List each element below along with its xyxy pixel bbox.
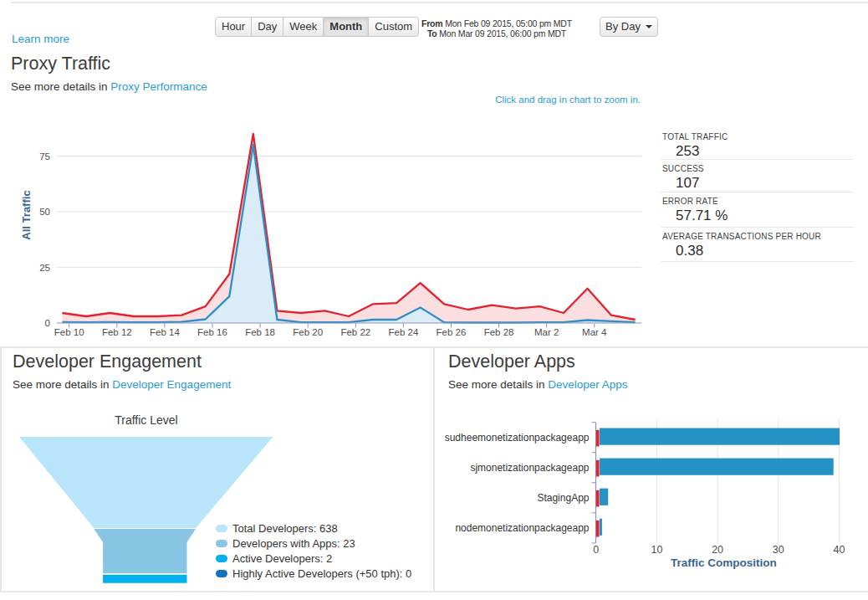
legend-swatch-icon (216, 555, 227, 562)
funnel-legend-row: Total Developers: 638 (216, 521, 411, 536)
bar-category-label: sudheemonetizationpackageapp (445, 432, 590, 444)
developer-engagement-subtitle: See more details in Developer Engagement (13, 378, 231, 391)
funnel-segment-total-developers (19, 437, 273, 528)
stat-row: SUCCESS107 (661, 160, 854, 192)
from-value: Mon Feb 09 2015, 05:00 pm MDT (445, 18, 572, 28)
stat-label: ERROR RATE (662, 197, 854, 206)
funnel-legend-label: Active Developers: 2 (232, 552, 332, 565)
x-tick-label: 40 (833, 544, 845, 556)
bar-category-label: nodemonetizationpackageapp (455, 522, 589, 534)
stat-row: AVERAGE TRANSACTIONS PER HOUR0.38 (661, 228, 854, 263)
stat-value: 253 (662, 141, 854, 160)
developer-apps-link[interactable]: Developer Apps (548, 378, 627, 391)
y-axis-title: All Traffic (20, 190, 33, 239)
x-axis-title: Traffic Composition (671, 556, 777, 569)
error-bar (596, 521, 600, 537)
funnel-legend-label: Developers with Apps: 23 (232, 537, 355, 550)
range-button-day[interactable]: Day (251, 17, 283, 37)
to-value: Mon Mar 09 2015, 06:00 pm MDT (439, 28, 566, 38)
success-traffic-area (62, 145, 635, 323)
aggregation-dropdown-label: By Day (605, 20, 641, 33)
caret-down-icon (646, 25, 652, 28)
y-tick-label: 25 (39, 263, 50, 273)
proxy-traffic-title: Proxy Traffic (11, 54, 110, 74)
proxy-traffic-subtitle: See more details in Proxy Performance (11, 80, 207, 93)
total-traffic-line (62, 134, 635, 320)
error-bar (596, 430, 600, 447)
funnel-legend-row: Active Developers: 2 (216, 551, 411, 566)
developer-apps-subtitle: See more details in Developer Apps (448, 378, 628, 391)
proxy-traffic-chart[interactable]: Feb 10Feb 12Feb 14Feb 16Feb 18Feb 20Feb … (0, 105, 661, 343)
x-tick-label: 20 (712, 544, 723, 556)
funnel-legend-row: Highly Active Developers (+50 tph): 0 (216, 566, 411, 581)
x-tick-label: Feb 26 (437, 327, 467, 337)
funnel-legend-label: Total Developers: 638 (232, 522, 338, 535)
traffic-bar (600, 459, 834, 475)
stat-label: TOTAL TRAFFIC (662, 132, 854, 141)
aggregation-dropdown-button[interactable]: By Day (600, 17, 658, 37)
range-button-custom[interactable]: Custom (368, 17, 419, 37)
traffic-bar (600, 519, 602, 536)
top-divider (11, 2, 868, 3)
traffic-stats-panel: TOTAL TRAFFIC253SUCCESS107ERROR RATE57.7… (661, 128, 854, 262)
stat-row: ERROR RATE57.71 % (661, 192, 854, 228)
analytics-dashboard: { "topbar": { "learn_more": "Learn more"… (0, 0, 868, 600)
funnel-legend-row: Developers with Apps: 23 (216, 536, 411, 551)
proxy-traffic-subtitle-text: See more details in (11, 80, 110, 93)
funnel-segment-active-developers (103, 575, 186, 583)
legend-swatch-icon (216, 570, 227, 577)
learn-more-link[interactable]: Learn more (12, 33, 69, 45)
funnel-segment-developers-with-apps (94, 529, 196, 573)
developer-apps-title: Developer Apps (448, 351, 575, 372)
x-tick-label: Feb 12 (102, 327, 132, 337)
bar-category-label: StagingApp (537, 492, 589, 504)
developer-engagement-title: Developer Engagement (13, 351, 202, 372)
time-range-button-group: HourDayWeekMonthCustom (215, 17, 419, 37)
total-traffic-area (62, 134, 635, 323)
stat-value: 107 (662, 173, 854, 192)
stat-row: TOTAL TRAFFIC253 (661, 128, 854, 160)
to-label: To (427, 28, 437, 38)
proxy-performance-link[interactable]: Proxy Performance (110, 80, 207, 93)
date-range-to: To Mon Mar 09 2015, 06:00 pm MDT (413, 28, 580, 38)
from-label: From (421, 18, 442, 28)
legend-swatch-icon (216, 525, 227, 532)
success-traffic-line (62, 145, 635, 322)
stat-value: 0.38 (662, 241, 854, 259)
range-button-hour[interactable]: Hour (215, 17, 252, 37)
developer-engagement-link[interactable]: Developer Engagement (112, 378, 231, 391)
x-tick-label: 0 (593, 544, 599, 556)
x-tick-label: Feb 16 (197, 327, 227, 337)
x-tick-label: Feb 20 (293, 327, 323, 337)
y-tick-label: 75 (39, 151, 50, 162)
stat-label: AVERAGE TRANSACTIONS PER HOUR (662, 232, 854, 241)
x-tick-label: Feb 14 (150, 327, 180, 337)
x-tick-label: 30 (773, 544, 784, 556)
traffic-bar (600, 489, 608, 505)
funnel-title: Traffic Level (115, 413, 177, 427)
funnel-legend-label: Highly Active Developers (+50 tph): 0 (232, 567, 411, 580)
funnel-legend: Total Developers: 638Developers with App… (216, 521, 411, 581)
x-tick-label: Feb 28 (484, 327, 514, 337)
date-range-display: From Mon Feb 09 2015, 05:00 pm MDT To Mo… (413, 18, 580, 39)
developer-apps-subtitle-text: See more details in (448, 378, 548, 391)
bar-category-label: sjmonetizationpackageapp (470, 462, 589, 474)
x-tick-label: Feb 10 (54, 327, 84, 337)
developer-apps-chart[interactable]: sudheemonetizationpackageappsjmonetizati… (435, 414, 868, 577)
x-tick-label: Mar 2 (534, 327, 559, 337)
date-range-from: From Mon Feb 09 2015, 05:00 pm MDT (413, 18, 580, 28)
error-bar (596, 490, 600, 507)
y-tick-label: 0 (45, 318, 50, 328)
x-tick-label: 10 (651, 544, 662, 556)
stat-label: SUCCESS (662, 164, 854, 173)
error-bar (596, 460, 600, 477)
x-tick-label: Feb 18 (245, 327, 275, 337)
chart-zoom-hint: Click and drag in chart to zoom in. (495, 95, 641, 105)
x-tick-label: Feb 24 (388, 327, 418, 337)
x-tick-label: Feb 22 (340, 327, 370, 337)
y-tick-label: 50 (39, 207, 50, 217)
range-button-month[interactable]: Month (323, 17, 369, 37)
developer-engagement-subtitle-text: See more details in (13, 378, 112, 391)
range-button-week[interactable]: Week (283, 17, 324, 37)
traffic-bar (600, 428, 840, 445)
